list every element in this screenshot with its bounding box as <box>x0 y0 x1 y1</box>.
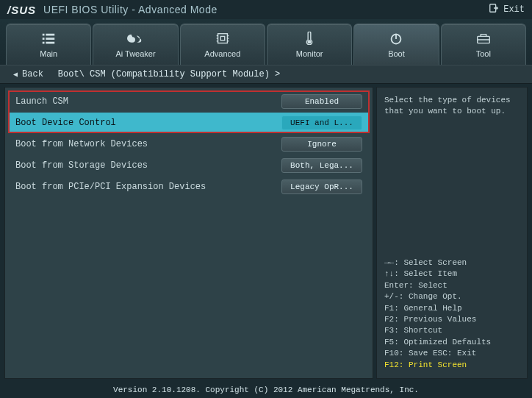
back-label: Back <box>22 69 43 79</box>
tab-label-tool: Tool <box>476 49 491 58</box>
svg-rect-5 <box>43 41 45 43</box>
side-panel: Select the type of devices that you want… <box>376 87 528 379</box>
tab-ai-tweaker[interactable]: Ai Tweaker <box>93 24 178 65</box>
brand-logo: /SUS <box>7 4 36 16</box>
option-value[interactable]: Enabled <box>281 94 362 109</box>
back-button[interactable]: ◀ Back <box>6 68 51 81</box>
option-boot-storage[interactable]: Boot from Storage Devices Both, Lega... <box>8 155 370 176</box>
key-line: →←: Select Screen <box>384 257 520 269</box>
key-help: →←: Select Screen ↑↓: Select Item Enter:… <box>384 257 520 371</box>
key-line: +/-: Change Opt. <box>384 291 520 302</box>
key-line: F3: Shortcut <box>384 325 520 336</box>
tab-tool[interactable]: Tool <box>441 24 526 65</box>
svg-point-9 <box>308 40 311 43</box>
back-arrow-icon: ◀ <box>13 70 18 79</box>
option-label: Boot from Storage Devices <box>15 160 148 171</box>
tab-label-ai-tweaker: Ai Tweaker <box>115 49 155 58</box>
svg-rect-6 <box>46 41 54 43</box>
app-title: UEFI BIOS Utility - Advanced Mode <box>43 4 218 15</box>
option-label: Boot from Network Devices <box>15 139 148 149</box>
tab-advanced[interactable]: Advanced <box>180 24 265 65</box>
key-line: ↑↓: Select Item <box>384 269 520 280</box>
footer-text: Version 2.10.1208. Copyright (C) 2012 Am… <box>113 385 419 394</box>
svg-rect-1 <box>43 33 45 35</box>
breadcrumb-text: Boot\ CSM (Compatibility Support Module)… <box>58 69 280 79</box>
option-label: Boot from PCIe/PCI Expansion Devices <box>15 182 206 192</box>
option-boot-device-control[interactable]: Boot Device Control UEFI and L... <box>8 113 370 133</box>
tab-label-monitor: Monitor <box>296 49 323 58</box>
exit-icon <box>489 3 499 16</box>
exit-button[interactable]: Exit <box>489 3 525 16</box>
tab-monitor[interactable]: Monitor <box>267 24 352 65</box>
svg-rect-8 <box>220 36 224 40</box>
option-boot-network[interactable]: Boot from Network Devices Ignore <box>8 134 370 154</box>
tab-label-boot: Boot <box>388 49 405 58</box>
option-value[interactable]: Ignore <box>281 137 362 152</box>
svg-rect-2 <box>46 33 54 35</box>
option-label: Boot Device Control <box>15 118 116 128</box>
option-boot-pcie[interactable]: Boot from PCIe/PCI Expansion Devices Leg… <box>8 177 370 197</box>
help-text: Select the type of devices that you want… <box>384 95 520 118</box>
list-icon <box>40 32 57 46</box>
key-line: F5: Optimized Defaults <box>384 337 520 348</box>
option-value[interactable]: Both, Lega... <box>281 158 362 173</box>
thermometer-icon <box>301 32 317 46</box>
main-panel: Launch CSM Enabled Boot Device Control U… <box>4 87 373 379</box>
key-line: F2: Previous Values <box>384 314 520 325</box>
option-launch-csm[interactable]: Launch CSM Enabled <box>8 91 370 112</box>
exit-label: Exit <box>503 4 525 15</box>
key-line: F10: Save ESC: Exit <box>384 348 520 359</box>
tab-boot[interactable]: Boot <box>353 24 439 65</box>
power-icon <box>388 32 404 46</box>
breadcrumb: ◀ Back Boot\ CSM (Compatibility Support … <box>0 65 532 84</box>
key-line: F12: Print Screen <box>384 360 520 371</box>
svg-rect-3 <box>43 38 45 40</box>
option-value[interactable]: UEFI and L... <box>281 116 362 130</box>
key-line: F1: General Help <box>384 303 520 314</box>
option-label: Launch CSM <box>15 96 68 107</box>
svg-rect-4 <box>46 38 54 40</box>
option-value[interactable]: Legacy OpR... <box>281 180 362 194</box>
key-line: Enter: Select <box>384 280 520 291</box>
svg-rect-7 <box>218 33 227 43</box>
chip-icon <box>215 32 231 46</box>
tab-label-main: Main <box>40 49 57 58</box>
brain-icon <box>127 32 143 46</box>
toolbox-icon <box>475 32 492 46</box>
tab-label-advanced: Advanced <box>204 49 240 58</box>
tab-main[interactable]: Main <box>6 24 91 65</box>
